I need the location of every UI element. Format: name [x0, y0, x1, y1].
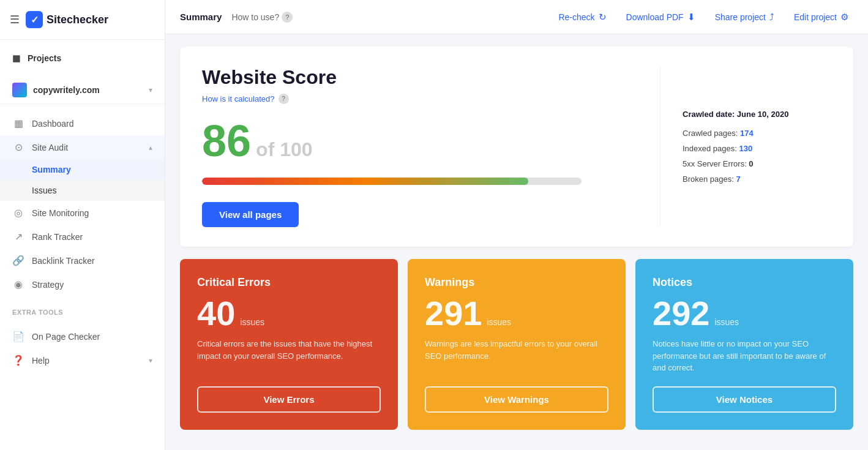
audit-icon: ⊙: [12, 141, 24, 153]
project-selector[interactable]: copywritely.com ▾: [0, 77, 165, 104]
notices-title: Notices: [653, 276, 836, 289]
rank-icon: ↗: [12, 231, 24, 242]
view-notices-button[interactable]: View Notices: [653, 386, 836, 413]
question-icon-2: ?: [279, 94, 289, 104]
critical-errors-card: Critical Errors 40 issues Critical error…: [180, 259, 398, 430]
critical-errors-desc: Critical errors are the issues that have…: [197, 338, 381, 374]
site-monitoring-label: Site Monitoring: [32, 208, 89, 218]
sidebar-item-on-page-checker[interactable]: 📄 On Page Checker: [0, 324, 165, 348]
notices-issues-label: issues: [714, 317, 739, 327]
sidebar: ☰ ✓ Sitechecker ▦ Projects copywritely.c…: [0, 0, 165, 450]
edit-project-label: Edit project: [794, 12, 837, 22]
content-area: Website Score How is it calculated? ? 86…: [165, 34, 868, 450]
project-favicon: [12, 83, 27, 97]
projects-label: Projects: [28, 53, 61, 63]
project-name: copywritely.com: [33, 85, 143, 95]
download-pdf-label: Download PDF: [626, 12, 684, 22]
warnings-issues-label: issues: [487, 317, 511, 327]
critical-errors-issues-label: issues: [240, 317, 264, 327]
sidebar-item-issues[interactable]: Issues: [0, 180, 165, 201]
sidebar-item-backlink-tracker[interactable]: 🔗 Backlink Tracker: [0, 249, 165, 272]
score-left: Website Score How is it calculated? ? 86…: [202, 66, 660, 227]
grid-icon: ▦: [12, 53, 20, 63]
score-title: Website Score: [202, 66, 660, 89]
progress-bar: [202, 178, 582, 185]
stat-server-errors: 5xx Server Errors: 0: [683, 159, 831, 168]
logo-wrap: ✓ Sitechecker: [26, 11, 108, 28]
share-icon: ⤴: [769, 12, 774, 22]
crawled-pages-value: 174: [740, 129, 754, 138]
chevron-down-icon: ▾: [149, 86, 152, 94]
critical-errors-count-row: 40 issues: [197, 296, 381, 331]
help-label: Help: [32, 356, 50, 366]
warnings-title: Warnings: [425, 276, 608, 289]
sidebar-item-help[interactable]: ❓ Help ▾: [0, 348, 165, 372]
hamburger-icon[interactable]: ☰: [10, 13, 20, 26]
download-pdf-button[interactable]: Download PDF ⬇: [621, 8, 700, 26]
sidebar-item-projects[interactable]: ▦ Projects: [0, 45, 165, 72]
strategy-label: Strategy: [32, 280, 64, 290]
view-warnings-button[interactable]: View Warnings: [425, 386, 608, 413]
warnings-desc: Warnings are less impactful errors to yo…: [425, 338, 608, 374]
critical-errors-title: Critical Errors: [197, 276, 381, 289]
stat-indexed-pages: Indexed pages: 130: [683, 144, 831, 153]
sidebar-item-site-monitoring[interactable]: ◎ Site Monitoring: [0, 201, 165, 225]
download-icon: ⬇: [687, 12, 695, 23]
indexed-pages-value: 130: [739, 144, 753, 153]
backlink-tracker-label: Backlink Tracker: [32, 256, 95, 266]
broken-pages-value: 7: [736, 174, 740, 184]
progress-bar-fill: [202, 178, 528, 185]
sidebar-item-strategy[interactable]: ◉ Strategy: [0, 272, 165, 296]
how-to-use-label: How to use?: [231, 12, 279, 22]
recheck-label: Re-check: [558, 12, 594, 22]
sidebar-item-rank-tracker[interactable]: ↗ Rank Tracker: [0, 225, 165, 249]
server-errors-value: 0: [749, 159, 753, 168]
sidebar-item-summary[interactable]: Summary: [0, 159, 165, 180]
backlink-icon: 🔗: [12, 255, 24, 266]
cards-row: Critical Errors 40 issues Critical error…: [180, 259, 853, 430]
question-icon: ?: [282, 12, 293, 23]
page-checker-icon: 📄: [12, 331, 24, 342]
site-audit-label: Site Audit: [32, 143, 68, 152]
stat-crawled-pages: Crawled pages: 174: [683, 129, 831, 138]
rank-tracker-label: Rank Tracker: [32, 232, 83, 242]
notices-count-row: 292 issues: [653, 296, 836, 331]
extra-tools-section: 📄 On Page Checker ❓ Help ▾: [0, 320, 165, 377]
recheck-button[interactable]: Re-check ↻: [553, 8, 611, 26]
view-errors-button[interactable]: View Errors: [197, 386, 381, 413]
warnings-count: 291: [425, 296, 482, 331]
summary-label: Summary: [32, 165, 71, 174]
projects-section: ▦ Projects: [0, 40, 165, 77]
notices-card: Notices 292 issues Notices have little o…: [635, 259, 853, 430]
view-all-pages-button[interactable]: View all pages: [202, 202, 299, 227]
crawled-date-value: June 10, 2020: [737, 110, 789, 119]
how-to-use-link[interactable]: How to use? ?: [231, 12, 293, 23]
strategy-icon: ◉: [12, 279, 24, 290]
how-calculated-label[interactable]: How is it calculated?: [202, 94, 275, 103]
score-subtitle: How is it calculated? ?: [202, 94, 660, 104]
dashboard-label: Dashboard: [32, 119, 74, 129]
logo-text: Sitechecker: [47, 13, 108, 26]
score-card: Website Score How is it calculated? ? 86…: [180, 47, 853, 247]
notices-desc: Notices have little or no impact on your…: [653, 338, 836, 374]
chevron-down-icon: ▾: [149, 356, 152, 365]
sidebar-item-site-audit[interactable]: ⊙ Site Audit ▴: [0, 135, 165, 159]
notices-count: 292: [653, 296, 709, 331]
issues-label: Issues: [32, 186, 56, 195]
warnings-card: Warnings 291 issues Warnings are less im…: [408, 259, 626, 430]
site-audit-submenu: Summary Issues: [0, 159, 165, 201]
share-project-button[interactable]: Share project ⤴: [710, 8, 779, 26]
on-page-checker-label: On Page Checker: [32, 332, 100, 342]
extra-tools-label: EXTRA TOOLS: [0, 301, 165, 320]
warnings-count-row: 291 issues: [425, 296, 608, 331]
crawled-date-label: Crawled date:: [683, 110, 737, 119]
edit-project-button[interactable]: Edit project ⚙: [789, 8, 853, 26]
critical-errors-count: 40: [197, 296, 235, 331]
monitoring-icon: ◎: [12, 207, 24, 219]
score-right: Crawled date: June 10, 2020 Crawled page…: [660, 66, 831, 227]
sidebar-header: ☰ ✓ Sitechecker: [0, 0, 165, 40]
chevron-up-icon: ▴: [149, 143, 152, 152]
score-number-wrap: 86 of 100: [202, 119, 660, 163]
sidebar-item-dashboard[interactable]: ▦ Dashboard: [0, 111, 165, 135]
main-area: Summary How to use? ? Re-check ↻ Downloa…: [165, 0, 868, 450]
